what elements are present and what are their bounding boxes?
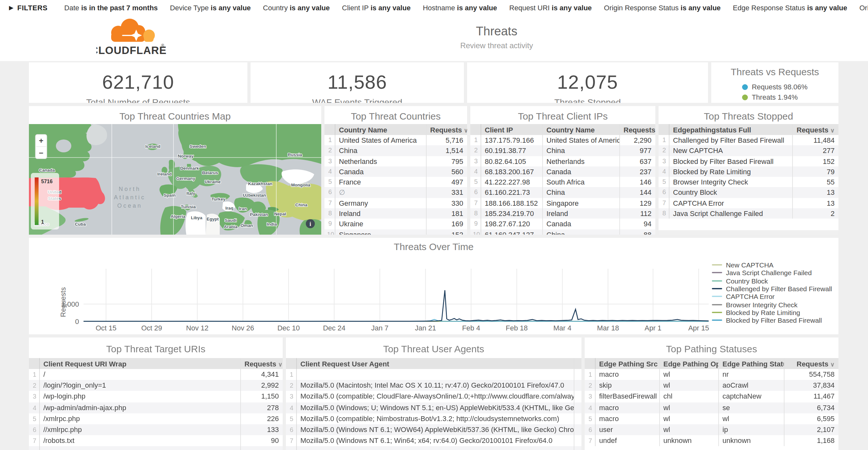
column-header[interactable]: Client Request URI Wrap bbox=[39, 358, 240, 369]
cell: /login/?login_only=1 bbox=[39, 380, 240, 391]
map-country-label: Cuba bbox=[75, 222, 86, 227]
x-tick-label: Nov 12 bbox=[186, 324, 209, 332]
column-header[interactable]: Client Request User Agent bbox=[296, 358, 574, 369]
cell bbox=[574, 413, 582, 424]
table-row: 10Singapore152 bbox=[324, 229, 467, 235]
cell: wl bbox=[659, 402, 718, 413]
chart-legend-item[interactable]: Blocked by Filter Based Firewall bbox=[712, 316, 832, 324]
row-number: 3 bbox=[470, 156, 480, 167]
chart-legend-item[interactable]: Country Block bbox=[712, 277, 832, 285]
cell: wl bbox=[659, 369, 718, 380]
cell: ∅ bbox=[335, 187, 426, 198]
cell bbox=[574, 424, 582, 435]
cell: 330 bbox=[426, 198, 467, 209]
cell: Challenged by Filter Based Firewall bbox=[669, 135, 792, 146]
filter-item[interactable]: Origin IP is any value bbox=[859, 4, 868, 11]
row-number: 3 bbox=[286, 391, 296, 402]
cell: Mozilla/5.0 (Macintosh; Intel Mac OS X 1… bbox=[296, 380, 574, 391]
filter-item[interactable]: Edge Response Status is any value bbox=[733, 4, 847, 11]
map-info-button[interactable]: i bbox=[306, 219, 315, 228]
stat-total-requests: 621,710 Total Number of Requests bbox=[29, 62, 247, 103]
table-row: 468.183.200.167Canada237 bbox=[470, 167, 655, 177]
horizontal-scrollbar[interactable] bbox=[658, 230, 838, 235]
chart-legend-item[interactable]: CAPTCHA Error bbox=[712, 293, 832, 301]
legend-line-icon bbox=[712, 272, 722, 273]
map-country-label: Pakistan bbox=[250, 212, 268, 217]
top-threat-client-ips-card: Top Threat Client IPs Client IPCountry N… bbox=[470, 106, 655, 235]
filters-expand-icon[interactable]: ▶ bbox=[9, 4, 13, 11]
cell: France bbox=[335, 177, 426, 187]
cell: /robots.txt bbox=[39, 435, 240, 446]
cell: Blocked by Filter Based Firewall bbox=[669, 156, 792, 167]
column-header[interactable]: Requests∨ bbox=[792, 124, 838, 135]
column-header[interactable]: Country Name bbox=[542, 124, 619, 135]
cell: 795 bbox=[426, 156, 467, 167]
column-header[interactable]: Requests∨ bbox=[784, 358, 838, 369]
row-number: 4 bbox=[658, 167, 669, 177]
column-header[interactable]: Edge Pathing Op bbox=[659, 358, 718, 369]
legend-label: New CAPTCHA bbox=[726, 261, 774, 269]
top-pathing-statuses-table: Edge Pathing SrcEdge Pathing OpEdge Path… bbox=[585, 358, 838, 447]
stat-label: Total Number of Requests bbox=[29, 97, 247, 103]
cell: / bbox=[39, 369, 240, 380]
x-tick-label: Dec 10 bbox=[277, 324, 300, 332]
column-header[interactable] bbox=[574, 358, 582, 369]
row-number: 5 bbox=[658, 177, 669, 187]
table-row: 5Mozilla/5.0 (compatible; Nimbostratus-B… bbox=[286, 413, 582, 424]
chart-legend-item[interactable]: Blocked by Rate Limiting bbox=[712, 308, 832, 317]
table-row: 7Germany330 bbox=[324, 198, 467, 209]
filter-item[interactable]: Device Type is any value bbox=[170, 4, 251, 11]
sort-desc-icon: ∨ bbox=[278, 361, 282, 367]
x-tick-label: Oct 29 bbox=[141, 324, 162, 332]
column-header[interactable]: Client IP bbox=[480, 124, 542, 135]
legend-line-icon bbox=[712, 288, 722, 289]
map-country-label: Tunisia bbox=[181, 204, 196, 209]
zoom-out-button[interactable]: − bbox=[39, 149, 43, 157]
chart-legend-item[interactable]: Browser Integrity Check bbox=[712, 301, 832, 308]
chart-legend-item[interactable]: New CAPTCHA bbox=[712, 261, 832, 269]
legend-item[interactable]: Threats 1.94% bbox=[742, 93, 808, 101]
column-header[interactable]: Requests∨ bbox=[240, 358, 283, 369]
column-header[interactable]: Requests∨ bbox=[619, 124, 655, 135]
filter-item[interactable]: Client IP is any value bbox=[342, 4, 411, 11]
filters-toggle[interactable]: FILTERS bbox=[17, 4, 48, 11]
row-number: 7 bbox=[29, 435, 39, 446]
filter-item[interactable]: Country is any value bbox=[263, 4, 330, 11]
cell: China bbox=[542, 229, 619, 235]
cell: /wp-login.php bbox=[39, 391, 240, 402]
legend-item[interactable]: Requests 98.06% bbox=[742, 83, 808, 91]
zoom-in-button[interactable]: + bbox=[39, 136, 43, 145]
filter-item[interactable]: Origin Response Status is any value bbox=[604, 4, 720, 11]
cell: Mozilla/5.0 (Windows; U; Windows NT 5.1;… bbox=[296, 402, 574, 413]
dashboard: ▶ FILTERS Date is in the past 7 monthsDe… bbox=[0, 0, 868, 450]
column-header[interactable]: Requests∨ bbox=[426, 124, 467, 135]
column-header[interactable]: Edge Pathing Status bbox=[718, 358, 784, 369]
table-row: 9198.27.67.120Canada94 bbox=[470, 219, 655, 230]
cell: filterBasedFirewall bbox=[595, 391, 659, 402]
column-header[interactable]: Edgepathingstatus Full bbox=[669, 124, 792, 135]
cell: Netherlands bbox=[542, 156, 619, 167]
row-number: 2 bbox=[324, 146, 335, 156]
map-legend-gradient bbox=[35, 177, 38, 225]
column-header[interactable]: Edge Pathing Src bbox=[595, 358, 659, 369]
y-tick-label: 0 bbox=[75, 318, 79, 326]
filter-item[interactable]: Request URI is any value bbox=[509, 4, 592, 11]
cell: Netherlands bbox=[335, 156, 426, 167]
card-title: Top Threat Client IPs bbox=[470, 106, 655, 124]
table-row: 5France497 bbox=[324, 177, 467, 187]
world-map[interactable]: CanadaUnitedStatesMexicoCubaIcelandIrela… bbox=[29, 124, 321, 235]
filter-item[interactable]: Date is in the past 7 months bbox=[64, 4, 158, 11]
column-header[interactable]: Country Name bbox=[335, 124, 426, 135]
cell: 11,484 bbox=[792, 135, 838, 146]
filter-item[interactable]: Hostname is any value bbox=[423, 4, 497, 11]
map-zoom-control[interactable]: + − bbox=[35, 134, 47, 159]
chart-legend-item[interactable]: Challenged by Filter Based Firewall bbox=[712, 285, 832, 293]
table-row: 1 bbox=[286, 369, 582, 380]
legend-label: Java Script Challenge Failed bbox=[726, 269, 812, 277]
table-row: 1macrowlnr554,758 bbox=[585, 369, 838, 380]
chart-legend-item[interactable]: Java Script Challenge Failed bbox=[712, 269, 832, 277]
map-country-label: Russia bbox=[288, 152, 302, 157]
table-row: 3Mozilla/5.0 (compatible; CloudFlare-Alw… bbox=[286, 391, 582, 402]
cell: 1,168 bbox=[784, 435, 838, 446]
map-color-legend: 5716 1 bbox=[31, 173, 59, 230]
